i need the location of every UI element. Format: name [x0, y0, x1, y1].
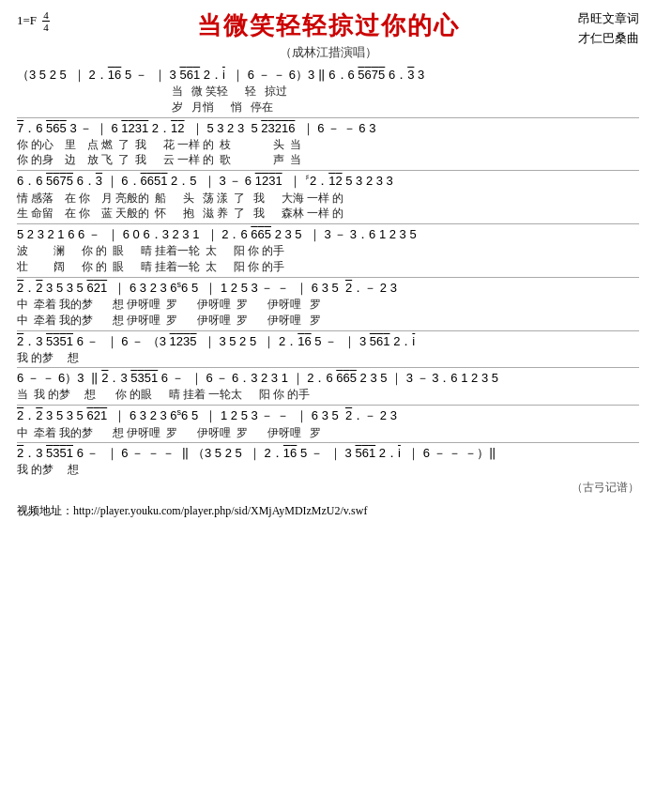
lyric-author: 昂旺文章词 [578, 9, 639, 29]
notes-4: 5 2 3 2 1 6 6 － ｜ 6 0 6．3 2 3 1 ｜ 2．6 66… [17, 226, 639, 243]
divider-4 [17, 277, 639, 278]
divider-8 [17, 442, 639, 443]
ancient-label: （古弓记谱） [17, 480, 639, 496]
lyrics-7a: 当 我 的梦 想 你 的眼 晴 挂着 一轮太 阳 你 的手 [17, 387, 639, 403]
lyrics-4a: 波 澜 你 的 眼 晴 挂着一轮 太 阳 你 的手 [17, 243, 639, 259]
music-line-7: 6 － － 6）3 ‖ 2．3 5351 6 － ｜ 6 － 6．3 2 3 1… [17, 370, 639, 403]
music-line-1: （3 5 2 5 ｜ 2．16 5 － ｜ 3 561 2．i ｜ 6 － － … [17, 67, 639, 115]
song-title: 当微笑轻轻掠过你的心 （成林江措演唱） [17, 9, 639, 61]
music-line-5: 2．2 3 5 3 5 621 ｜ 6 3 2 3 6s6 5 ｜ 1 2 5 … [17, 280, 639, 329]
notes-7: 6 － － 6）3 ‖ 2．3 5351 6 － ｜ 6 － 6．3 2 3 1… [17, 370, 639, 387]
lyrics-3a: 情 感落 在 你 月 亮般的 船 头 荡 漾 了 我 大海 一样 的 [17, 191, 639, 207]
notes-1: （3 5 2 5 ｜ 2．16 5 － ｜ 3 561 2．i ｜ 6 － － … [17, 67, 639, 84]
divider-2 [17, 170, 639, 171]
key-time: 1=F 4 4 [17, 9, 50, 33]
notes-8: 2．2 3 5 3 5 621 ｜ 6 3 2 3 6s6 5 ｜ 1 2 5 … [17, 407, 639, 424]
notes-5: 2．2 3 5 3 5 621 ｜ 6 3 2 3 6s6 5 ｜ 1 2 5 … [17, 280, 639, 297]
time-fraction: 4 4 [39, 13, 50, 27]
notes-9: 2．3 5351 6 － ｜ 6 － － － ‖ （3 5 2 5 ｜ 2．16… [17, 445, 639, 462]
music-line-4: 5 2 3 2 1 6 6 － ｜ 6 0 6．3 2 3 1 ｜ 2．6 66… [17, 226, 639, 275]
music-line-3: 6．6 5675 6．3 ｜ 6．6651 2．5 ｜ 3 － 6 1231 ｜… [17, 173, 639, 222]
divider-5 [17, 330, 639, 331]
lyrics-5a: 中 牵着 我的梦 想 伊呀哩 罗 伊呀哩 罗 伊呀哩 罗 [17, 297, 639, 313]
music-line-8: 2．2 3 5 3 5 621 ｜ 6 3 2 3 6s6 5 ｜ 1 2 5 … [17, 407, 639, 440]
video-section: 视频地址：http://player.youku.com/player.php/… [17, 503, 639, 519]
lyrics-2a: 你 的心 里 点 燃 了 我 花 一样 的 枝 头 当 [17, 137, 639, 153]
lyrics-3b: 生 命留 在 你 蓝 天般的 怀 抱 滋 养 了 我 森林 一样 的 [17, 206, 639, 222]
lyrics-1a: 当 微 笑轻 轻 掠过 [17, 84, 639, 100]
notes-2: 7．6 565 3 － ｜ 6 1231 2．12 ｜ 5 3 2 3 5 23… [17, 120, 639, 137]
lyrics-5b: 中 牵着 我的梦 想 伊呀哩 罗 伊呀哩 罗 伊呀哩 罗 [17, 313, 639, 329]
music-line-6: 2．3 5351 6 － ｜ 6 － （3 1235 ｜ 3 5 2 5 ｜ 2… [17, 333, 639, 366]
music-author: 才仁巴桑曲 [578, 29, 639, 49]
lyrics-8a: 中 牵着 我的梦 想 伊呀哩 罗 伊呀哩 罗 伊呀哩 罗 [17, 425, 639, 441]
music-line-2: 7．6 565 3 － ｜ 6 1231 2．12 ｜ 5 3 2 3 5 23… [17, 120, 639, 169]
lyrics-9a: 我 的梦 想 [17, 462, 639, 478]
divider-3 [17, 223, 639, 224]
divider-7 [17, 405, 639, 406]
music-notation: （3 5 2 5 ｜ 2．16 5 － ｜ 3 561 2．i ｜ 6 － － … [17, 67, 639, 496]
lyrics-1b: 岁 月悄 悄 停在 [17, 100, 639, 115]
key-label: 1=F [17, 13, 37, 27]
lyrics-2b: 你 的身 边 放 飞 了 我 云 一样 的 歌 声 当 [17, 152, 639, 168]
header: 1=F 4 4 当微笑轻轻掠过你的心 （成林江措演唱） 昂旺文章词 才仁巴桑曲 [17, 9, 639, 61]
divider-6 [17, 367, 639, 368]
lyrics-4b: 壮 阔 你 的 眼 晴 挂着一轮 太 阳 你 的手 [17, 259, 639, 275]
lyrics-6a: 我 的梦 想 [17, 350, 639, 366]
notes-3: 6．6 5675 6．3 ｜ 6．6651 2．5 ｜ 3 － 6 1231 ｜… [17, 173, 639, 190]
video-url: 视频地址：http://player.youku.com/player.php/… [17, 504, 367, 517]
author-info: 昂旺文章词 才仁巴桑曲 [578, 9, 639, 49]
notes-6: 2．3 5351 6 － ｜ 6 － （3 1235 ｜ 3 5 2 5 ｜ 2… [17, 333, 639, 350]
music-line-9: 2．3 5351 6 － ｜ 6 － － － ‖ （3 5 2 5 ｜ 2．16… [17, 445, 639, 496]
divider-1 [17, 117, 639, 118]
